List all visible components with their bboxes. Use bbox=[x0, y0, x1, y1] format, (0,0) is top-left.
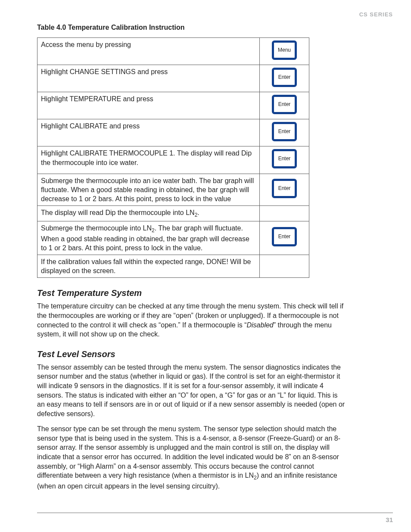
table-row: The display will read Dip the thermocoup… bbox=[37, 205, 309, 221]
table-row: Highlight CHANGE SETTINGS and pressEnter bbox=[37, 65, 309, 92]
body-paragraph: The sensor assembly can be tested throug… bbox=[37, 363, 346, 419]
enter-button-icon: Enter bbox=[272, 122, 297, 141]
button-cell: Enter bbox=[260, 92, 309, 119]
body-paragraph: The temperature circuitry can be checked… bbox=[37, 302, 346, 339]
button-cell: Menu bbox=[260, 38, 309, 65]
button-cell: Enter bbox=[260, 146, 309, 174]
button-cell: Enter bbox=[260, 65, 309, 92]
table-row: Highlight CALIBRATE THERMOCOUPLE 1. The … bbox=[37, 146, 309, 174]
enter-button-icon: Enter bbox=[272, 179, 297, 198]
instruction-cell: The display will read Dip the thermocoup… bbox=[37, 205, 260, 221]
enter-button-icon: Enter bbox=[272, 95, 297, 114]
instruction-cell: Highlight CALIBRATE THERMOCOUPLE 1. The … bbox=[37, 146, 260, 174]
table-row: Submerge the thermocouple into LN2. The … bbox=[37, 221, 309, 255]
instruction-cell: Submerge the thermocouple into an ice wa… bbox=[37, 174, 260, 205]
button-cell: Enter bbox=[260, 119, 309, 146]
button-cell: Enter bbox=[260, 221, 309, 255]
section-heading: Test Level Sensors bbox=[37, 349, 346, 359]
instruction-cell: Access the menu by pressing bbox=[37, 38, 260, 65]
instruction-cell: Highlight TEMPERATURE and press bbox=[37, 92, 260, 119]
table-title: Table 4.0 Temperature Calibration Instru… bbox=[37, 24, 393, 31]
instruction-cell: Highlight CALIBRATE and press bbox=[37, 119, 260, 146]
enter-button-icon: Enter bbox=[272, 68, 297, 87]
table-row: Access the menu by pressingMenu bbox=[37, 38, 309, 65]
instruction-cell: Submerge the thermocouple into LN2. The … bbox=[37, 221, 260, 255]
button-cell bbox=[260, 255, 309, 278]
footer-rule bbox=[37, 513, 393, 513]
button-cell bbox=[260, 205, 309, 221]
body-content: Test Temperature SystemThe temperature c… bbox=[37, 288, 346, 491]
page-number: 31 bbox=[386, 516, 393, 523]
calibration-table: Access the menu by pressingMenuHighlight… bbox=[37, 37, 309, 278]
section-heading: Test Temperature System bbox=[37, 288, 346, 298]
menu-button-icon: Menu bbox=[272, 40, 297, 60]
table-row: If the calibration values fall within th… bbox=[37, 255, 309, 278]
instruction-cell: If the calibration values fall within th… bbox=[37, 255, 260, 278]
running-head: CS SERIES bbox=[37, 11, 393, 18]
instruction-cell: Highlight CHANGE SETTINGS and press bbox=[37, 65, 260, 92]
body-paragraph: The sensor type can be set through the m… bbox=[37, 424, 346, 491]
table-row: Highlight TEMPERATURE and pressEnter bbox=[37, 92, 309, 119]
table-row: Highlight CALIBRATE and pressEnter bbox=[37, 119, 309, 146]
enter-button-icon: Enter bbox=[272, 227, 297, 246]
button-cell: Enter bbox=[260, 174, 309, 205]
enter-button-icon: Enter bbox=[272, 149, 297, 168]
table-row: Submerge the thermocouple into an ice wa… bbox=[37, 174, 309, 205]
